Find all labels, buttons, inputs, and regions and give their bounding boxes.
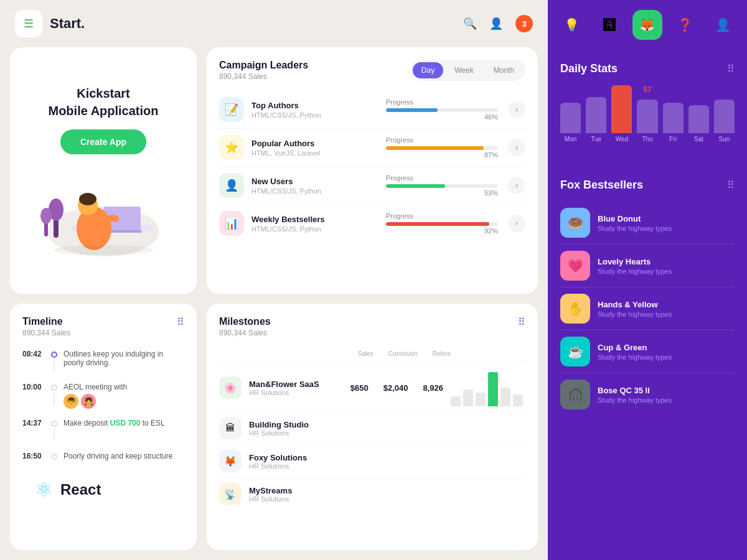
campaign-info: Weekly Bestsellers HTML/CSS/JS, Python xyxy=(251,215,386,233)
timeline-text: Make deposit USD 700 to ESL xyxy=(63,419,184,427)
timeline-time: 16:50 xyxy=(22,452,45,460)
sales-header: Sales xyxy=(358,347,374,358)
campaign-chevron[interactable]: › xyxy=(508,177,525,194)
commission-header: Comission xyxy=(388,347,418,358)
timeline-dot xyxy=(51,385,57,391)
chart-day-bar: Mon xyxy=(560,85,581,142)
milestone-row: 🦊 Foxy Solutions HR Solutions xyxy=(219,445,525,478)
timeline-card: Timeline 890,344 Sales ⠿ 08:42 Outlines … xyxy=(10,304,197,550)
daily-stats-section: Daily Stats ⠿ 57 Mon Tue Wed Thu Fri Sat… xyxy=(548,50,747,179)
milestone-name: Building Studio xyxy=(249,420,525,429)
react-section: ⚛ React xyxy=(22,470,184,509)
progress-section: Progress 92% xyxy=(386,212,498,235)
brand-name: Start. xyxy=(50,16,85,32)
timeline-time: 08:42 xyxy=(22,350,45,358)
search-icon[interactable]: 🔍 xyxy=(463,17,477,30)
tab-week[interactable]: Week xyxy=(446,62,482,78)
timeline-item: 10:00 AEOL meeting with 👦 👧 xyxy=(22,378,184,414)
campaign-chevron[interactable]: › xyxy=(508,101,525,118)
chart-bar xyxy=(500,388,510,406)
svg-point-6 xyxy=(79,193,96,205)
stat-refers: 8,926 xyxy=(423,383,443,393)
timeline-highlight: USD 700 xyxy=(110,419,141,427)
chart-day-bar: Thu xyxy=(637,85,657,142)
timeline-time: 14:37 xyxy=(22,419,45,427)
milestone-chart xyxy=(451,369,525,406)
avatar: 👦 xyxy=(63,394,78,409)
create-app-button[interactable]: Create App xyxy=(60,129,146,154)
timeline-subtitle: 890,344 Sales xyxy=(22,329,70,337)
user-icon[interactable]: 👤 xyxy=(489,17,503,30)
chart-bar xyxy=(637,100,657,133)
bestseller-sub: Study the highway types xyxy=(598,268,735,275)
right-sidebar: 💡 🅰 🦊 ❓ 👤 Daily Stats ⠿ 57 Mon Tue Wed T… xyxy=(548,0,747,560)
chart-day-label: Thu xyxy=(642,136,652,142)
fox-bestsellers-menu[interactable]: ⠿ xyxy=(727,179,735,191)
milestone-info: MyStreams HR Solutions xyxy=(249,486,525,503)
bestseller-thumb: 🎧 xyxy=(560,380,590,409)
chart-bar-highlight xyxy=(611,85,632,133)
bestseller-name: Blue Donut xyxy=(598,214,735,223)
milestone-name: MyStreams xyxy=(249,486,525,495)
sidebar-icon-lightbulb[interactable]: 💡 xyxy=(557,10,586,40)
refers-header: Refers xyxy=(433,347,451,358)
progress-label: Progress xyxy=(386,174,498,182)
milestones-menu[interactable]: ⠿ xyxy=(518,316,525,328)
chart-day-label: Tue xyxy=(591,136,601,142)
campaign-row: 📊 Weekly Bestsellers HTML/CSS/JS, Python… xyxy=(219,205,525,242)
progress-fill xyxy=(386,146,484,150)
milestone-name: Foxy Solutions xyxy=(249,453,525,462)
stat-commission: $2,040 xyxy=(383,383,408,393)
chart-day-bar: Sat xyxy=(688,85,709,142)
progress-pct: 92% xyxy=(386,227,498,235)
timeline-menu[interactable]: ⠿ xyxy=(177,316,184,328)
bestseller-info: Cup & Green Study the highway types xyxy=(598,343,735,361)
notification-badge[interactable]: 3 xyxy=(515,15,533,32)
milestones-header: Milestones 890,344 Sales ⠿ xyxy=(219,316,525,337)
chart-bar xyxy=(714,100,735,133)
fox-bestsellers-header: Fox Bestsellers ⠿ xyxy=(560,179,735,192)
sidebar-icon-question[interactable]: ❓ xyxy=(670,10,700,40)
timeline-line xyxy=(54,428,55,441)
campaign-row: 👤 New Users HTML/CSS/JS, Python Progress… xyxy=(219,167,525,205)
progress-fill xyxy=(386,184,445,188)
timeline-avatars: 👦 👧 xyxy=(63,394,184,409)
campaign-subtitle: 890,344 Sales xyxy=(219,72,308,81)
bestseller-thumb: 🍩 xyxy=(560,208,590,238)
chart-bar xyxy=(463,390,473,407)
campaign-icon: 📝 xyxy=(219,97,244,122)
kickstart-card: Kickstart Mobile Application Create App xyxy=(10,47,197,294)
chart-bar xyxy=(688,105,709,133)
tab-day[interactable]: Day xyxy=(413,62,443,78)
campaign-info: New Users HTML/CSS/JS, Python xyxy=(251,177,386,195)
bestseller-info: Blue Donut Study the highway types xyxy=(598,214,735,232)
campaign-tabs: Day Week Month xyxy=(410,60,525,81)
sidebar-icon-fox[interactable]: 🦊 xyxy=(632,10,662,40)
sidebar-icon-user[interactable]: 👤 xyxy=(708,10,738,40)
milestone-rows: 🌸 Man&Flower SaaS HR Solutions $650 $2,0… xyxy=(219,364,525,510)
bestseller-thumb: ☕ xyxy=(560,337,590,366)
content-grid: Kickstart Mobile Application Create App xyxy=(0,47,548,560)
chart-bar xyxy=(488,372,498,406)
chart-bar xyxy=(451,396,461,407)
sidebar-icon-alpha[interactable]: 🅰 xyxy=(594,10,624,40)
campaign-chevron[interactable]: › xyxy=(508,215,525,232)
illustration xyxy=(35,169,172,256)
milestone-icon: 📡 xyxy=(219,483,242,505)
chart-day-bar: Tue xyxy=(586,85,606,142)
fox-icon: 🦊 xyxy=(639,17,655,32)
daily-stats-menu[interactable]: ⠿ xyxy=(727,63,735,75)
header: ☰ Start. 🔍 👤 3 xyxy=(0,0,548,47)
campaign-card: Campaign Leaders 890,344 Sales Day Week … xyxy=(207,47,538,294)
milestone-row: 📡 MyStreams HR Solutions xyxy=(219,478,525,510)
progress-fill xyxy=(386,222,489,226)
tab-month[interactable]: Month xyxy=(485,62,523,78)
campaign-chevron[interactable]: › xyxy=(508,139,525,156)
bestseller-item: ☕ Cup & Green Study the highway types xyxy=(560,330,735,373)
milestones-card: Milestones 890,344 Sales ⠿ Sales Comissi… xyxy=(207,304,538,550)
campaign-info: Popular Authors HTML, VueJS, Laravel xyxy=(251,139,386,157)
campaign-tech: HTML/CSS/JS, Python xyxy=(251,187,386,195)
timeline-dot xyxy=(51,454,57,460)
campaign-tech: HTML, VueJS, Laravel xyxy=(251,149,386,157)
react-label: React xyxy=(60,481,101,498)
